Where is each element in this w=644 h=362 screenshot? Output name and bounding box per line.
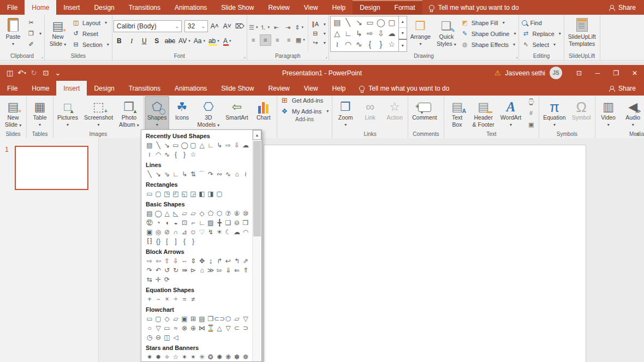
redo-button[interactable]: ↻ — [28, 67, 39, 79]
replace-button[interactable]: ⇄Replace▾ — [520, 29, 562, 39]
arrow-quad-shape[interactable]: ✥ — [198, 257, 206, 265]
ribbon-display-options-button[interactable]: ⊡ — [570, 65, 588, 81]
bevel-shape[interactable]: ▣ — [145, 228, 154, 236]
smartart-button[interactable]: ⇦SmartArt — [223, 96, 251, 130]
l-shape-shape[interactable]: ∟ — [198, 218, 206, 227]
font-name-combo[interactable]: Calibri (Body)⌄ — [114, 20, 182, 32]
star-32-point-shape[interactable]: ❁ — [241, 353, 250, 361]
tell-me-box[interactable]: Tell me what you want to do — [353, 81, 456, 96]
left-brace-shape[interactable]: { — [171, 150, 180, 159]
right-brace-shape[interactable]: } — [180, 150, 189, 159]
tab-animations[interactable]: Animations — [168, 0, 214, 15]
arrow-curved-down-shape[interactable]: ↻ — [171, 266, 180, 275]
preparation-shape[interactable]: ⬡ — [224, 314, 232, 323]
slide-thumbnail[interactable] — [15, 146, 88, 190]
arrow-curved-right-shape[interactable]: ↷ — [145, 266, 154, 275]
new-slide-button[interactable]: ▤✶NewSlide▾ — [46, 15, 70, 52]
paste-button[interactable]: Paste▾ — [1, 15, 25, 52]
arrow-bent-up-shape[interactable]: ⇗ — [241, 257, 250, 265]
shape-effects-button[interactable]: ◍Shape Effects▾ — [460, 40, 518, 50]
pictures-button[interactable]: □▲Pictures▾ — [55, 96, 81, 130]
undo-button[interactable]: ↶▾ — [16, 67, 27, 79]
align-right-button[interactable]: ≡ — [272, 35, 283, 45]
change-case-button[interactable]: Aa▾ — [193, 36, 206, 46]
heart-shape[interactable]: ♡ — [198, 228, 206, 236]
parallelogram-shape[interactable]: ▱ — [180, 209, 189, 218]
smiley-face-shape[interactable]: ☺ — [189, 228, 198, 236]
arrow-down-shape[interactable]: ⇩ — [171, 257, 180, 265]
italic-button[interactable]: I — [126, 36, 138, 46]
strikethrough-button[interactable]: abc — [164, 36, 176, 46]
cloud-shape[interactable]: ☁ — [386, 28, 397, 39]
tab-slide-show[interactable]: Slide Show — [214, 81, 261, 96]
arrow-up-shape[interactable]: ⇧ — [163, 257, 171, 265]
octagon-shape[interactable]: ⑧ — [232, 209, 241, 218]
gallery-more-icon[interactable]: ▼ — [399, 39, 407, 51]
curved-connector-shape[interactable]: ⌒ — [198, 170, 206, 179]
arrow-left-right-up-shape[interactable]: ↨ — [206, 257, 215, 265]
tab-home[interactable]: Home — [25, 0, 56, 15]
callout-left-arrow-shape[interactable]: ⇐ — [232, 266, 241, 275]
table-button[interactable]: ▦Table▾ — [28, 96, 52, 130]
character-spacing-button[interactable]: AV▾ — [177, 36, 192, 46]
elbow-arrow-connector-shape[interactable]: ↳ — [215, 141, 224, 150]
decrease-indent-button[interactable]: ⇤ — [271, 22, 282, 33]
plaque-shape[interactable]: ❏ — [224, 218, 232, 227]
tab-slide-show[interactable]: Slide Show — [214, 0, 261, 15]
predefined-process-shape[interactable]: ▣ — [180, 314, 189, 323]
star-7-point-shape[interactable]: ✴ — [189, 353, 198, 361]
clear-formatting-button[interactable]: ⌦ — [234, 21, 246, 32]
no-symbol-shape[interactable]: ⊘ — [163, 228, 171, 236]
display-shape[interactable]: ◁ — [171, 333, 180, 342]
text-box-shape[interactable]: ▤ — [332, 17, 343, 28]
off-page-connector-shape[interactable]: ▽ — [154, 324, 163, 333]
donut-shape[interactable]: ◎ — [154, 228, 163, 236]
underline-button[interactable]: U — [139, 36, 150, 46]
reset-button[interactable]: ↺Reset — [70, 29, 111, 39]
cross-shape[interactable]: ╋ — [215, 218, 224, 227]
tab-insert[interactable]: Insert — [56, 81, 87, 96]
tab-transitions[interactable]: Transitions — [122, 0, 168, 15]
callout-right-arrow-shape[interactable]: ⇰ — [215, 266, 224, 275]
cloud-shape[interactable]: ☁ — [232, 228, 241, 236]
new-slide-button[interactable]: ▤✶NewSlide▾ — [1, 96, 25, 130]
numbering-button[interactable]: ⒈▾ — [260, 22, 270, 33]
bold-button[interactable]: B — [114, 36, 125, 46]
my-add-ins-button[interactable]: ❖My Add-ins▾ — [281, 107, 329, 115]
diamond-shape[interactable]: ◇ — [198, 209, 206, 218]
connector-shape[interactable]: ○ — [145, 324, 154, 333]
avatar[interactable]: JS — [550, 67, 562, 79]
user-name[interactable]: Jasveen sethi — [505, 69, 545, 77]
explosion-2-shape[interactable]: ✸ — [154, 353, 163, 361]
share-button[interactable]: Share — [601, 0, 644, 15]
share-button[interactable]: Share — [601, 81, 644, 96]
arrow-down-shape[interactable]: ⇩ — [375, 28, 386, 39]
explosion-1-shape[interactable]: ✷ — [145, 353, 154, 361]
scribble-shape[interactable]: ≀ — [145, 150, 154, 159]
right-triangle-shape[interactable]: ◺ — [171, 209, 180, 218]
callout-quad-arrow-shape[interactable]: ✛ — [154, 275, 163, 284]
tab-animations[interactable]: Animations — [168, 81, 214, 96]
oval-shape[interactable]: ◯ — [375, 17, 386, 28]
punched-tape-shape[interactable]: ≈ — [171, 324, 180, 333]
dodecagon-shape[interactable]: ⑫ — [145, 218, 154, 227]
gallery-row-up-icon[interactable]: ▲ — [399, 16, 407, 27]
moon-shape[interactable]: ☾ — [224, 228, 232, 236]
symbol-button[interactable]: ΩSymbol — [569, 96, 594, 130]
star-10-point-shape[interactable]: ❂ — [206, 353, 215, 361]
summing-junction-shape[interactable]: ⊗ — [180, 324, 189, 333]
regular-pentagon-shape[interactable]: ⬠ — [206, 209, 215, 218]
round-same-side-corner-rectangle-shape[interactable]: ◨ — [206, 189, 215, 198]
curve-shape[interactable]: ∿ — [354, 39, 365, 50]
arrow-left-up-shape[interactable]: ↰ — [232, 257, 241, 265]
copy-button[interactable]: ❐▾ — [26, 29, 43, 39]
insert-slide-number-button[interactable]: # — [526, 108, 536, 118]
merge-shape[interactable]: ▽ — [224, 324, 232, 333]
line-arrow-shape[interactable]: ↘ — [163, 141, 171, 150]
arc-shape[interactable]: ◠ — [154, 150, 163, 159]
arrow-up-down-shape[interactable]: ⇕ — [189, 257, 198, 265]
delay-shape[interactable]: ⊃ — [241, 324, 250, 333]
arc-shape[interactable]: ◠ — [343, 39, 354, 50]
half-frame-shape[interactable]: ⌐ — [189, 218, 198, 227]
section-button[interactable]: ⊟Section▾ — [70, 40, 111, 50]
